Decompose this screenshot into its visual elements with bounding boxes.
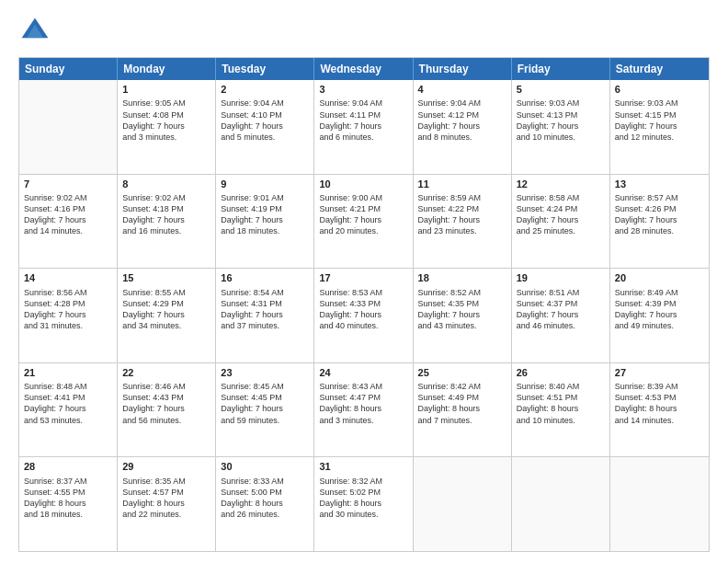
day-number: 31: [319, 460, 407, 474]
day-number: 13: [615, 178, 704, 191]
calendar-cell: 9Sunrise: 9:01 AMSunset: 4:19 PMDaylight…: [216, 175, 314, 269]
day-number: 18: [418, 271, 506, 285]
cell-info-line: and 8 minutes.: [418, 132, 506, 143]
cell-info-line: Daylight: 7 hours: [24, 403, 112, 414]
day-number: 6: [615, 83, 704, 97]
cell-info-line: and 30 minutes.: [319, 509, 407, 520]
calendar-cell: 28Sunrise: 8:37 AMSunset: 4:55 PMDayligh…: [19, 457, 118, 551]
cell-info-line: Sunrise: 8:46 AM: [122, 381, 210, 392]
calendar-cell: [610, 457, 709, 551]
cell-info-line: and 23 minutes.: [418, 225, 506, 236]
cell-info-line: Sunrise: 8:43 AM: [319, 381, 407, 392]
day-number: 22: [122, 366, 210, 380]
cell-info-line: and 37 minutes.: [221, 320, 309, 331]
cell-info-line: and 43 minutes.: [418, 320, 506, 331]
calendar-cell: 6Sunrise: 9:03 AMSunset: 4:15 PMDaylight…: [610, 80, 709, 174]
cell-info-line: Daylight: 7 hours: [418, 309, 506, 320]
cell-info-line: Sunset: 4:19 PM: [221, 203, 309, 214]
cell-info-line: Sunset: 4:49 PM: [418, 392, 506, 403]
calendar-row: 28Sunrise: 8:37 AMSunset: 4:55 PMDayligh…: [19, 456, 709, 551]
cell-info-line: Daylight: 7 hours: [319, 121, 407, 132]
day-number: 26: [517, 366, 605, 380]
calendar-row: 21Sunrise: 8:48 AMSunset: 4:41 PMDayligh…: [19, 362, 709, 457]
cell-info-line: and 26 minutes.: [221, 509, 309, 520]
cell-info-line: Daylight: 7 hours: [221, 121, 309, 132]
cell-info-line: Sunset: 4:57 PM: [122, 487, 210, 498]
cell-info-line: Sunset: 4:35 PM: [418, 298, 506, 309]
calendar-cell: [414, 457, 512, 551]
cell-info-line: and 3 minutes.: [319, 415, 407, 426]
day-number: 28: [24, 460, 112, 474]
cell-info-line: Sunrise: 9:02 AM: [122, 192, 210, 203]
cell-info-line: and 12 minutes.: [615, 132, 704, 143]
day-number: 10: [319, 178, 407, 191]
cell-info-line: Sunset: 4:41 PM: [24, 392, 112, 403]
day-number: 29: [122, 460, 210, 474]
cell-info-line: Daylight: 7 hours: [24, 309, 112, 320]
day-number: 24: [319, 366, 407, 380]
day-number: 12: [517, 178, 605, 191]
cell-info-line: Sunset: 4:29 PM: [122, 298, 210, 309]
cell-info-line: Sunrise: 8:33 AM: [221, 476, 309, 487]
cell-info-line: Sunset: 4:47 PM: [319, 392, 407, 403]
cell-info-line: Sunrise: 9:01 AM: [221, 192, 309, 203]
cell-info-line: and 56 minutes.: [122, 415, 210, 426]
cell-info-line: Sunset: 4:39 PM: [615, 298, 704, 309]
day-number: 30: [221, 460, 309, 474]
cell-info-line: and 34 minutes.: [122, 320, 210, 331]
cell-info-line: Sunrise: 8:54 AM: [221, 287, 309, 298]
cell-info-line: Daylight: 7 hours: [319, 214, 407, 225]
cell-info-line: and 7 minutes.: [418, 415, 506, 426]
logo-icon: [18, 15, 51, 48]
calendar-cell: 12Sunrise: 8:58 AMSunset: 4:24 PMDayligh…: [512, 175, 610, 269]
cell-info-line: Daylight: 7 hours: [615, 214, 704, 225]
calendar-cell: [512, 457, 610, 551]
cell-info-line: Sunrise: 8:49 AM: [615, 287, 704, 298]
cell-info-line: and 20 minutes.: [319, 225, 407, 236]
cell-info-line: Daylight: 8 hours: [517, 403, 605, 414]
cell-info-line: Daylight: 7 hours: [221, 309, 309, 320]
calendar-cell: 22Sunrise: 8:46 AMSunset: 4:43 PMDayligh…: [118, 363, 216, 457]
cell-info-line: Daylight: 7 hours: [24, 214, 112, 225]
cell-info-line: Sunset: 4:08 PM: [122, 109, 210, 121]
day-number: 19: [517, 271, 605, 285]
cell-info-line: Sunrise: 8:39 AM: [615, 381, 704, 392]
cell-info-line: Daylight: 7 hours: [517, 309, 605, 320]
calendar-cell: 14Sunrise: 8:56 AMSunset: 4:28 PMDayligh…: [19, 269, 118, 362]
calendar-cell: 25Sunrise: 8:42 AMSunset: 4:49 PMDayligh…: [414, 363, 512, 457]
cell-info-line: Sunrise: 9:04 AM: [418, 98, 506, 109]
cell-info-line: Sunset: 4:11 PM: [319, 109, 407, 121]
cell-info-line: and 49 minutes.: [615, 320, 704, 331]
cell-info-line: Sunset: 4:26 PM: [615, 203, 704, 214]
cell-info-line: Daylight: 7 hours: [122, 403, 210, 414]
page: SundayMondayTuesdayWednesdayThursdayFrid…: [0, 0, 728, 563]
cell-info-line: Sunset: 4:55 PM: [24, 487, 112, 498]
cell-info-line: and 31 minutes.: [24, 320, 112, 331]
cell-info-line: and 28 minutes.: [615, 225, 704, 236]
calendar-cell: [19, 80, 118, 174]
calendar-cell: 20Sunrise: 8:49 AMSunset: 4:39 PMDayligh…: [610, 269, 709, 362]
calendar-cell: 7Sunrise: 9:02 AMSunset: 4:16 PMDaylight…: [19, 175, 118, 269]
day-number: 21: [24, 366, 112, 380]
day-number: 2: [221, 83, 309, 97]
day-number: 27: [615, 366, 704, 380]
cell-info-line: Sunset: 4:21 PM: [319, 203, 407, 214]
calendar-cell: 24Sunrise: 8:43 AMSunset: 4:47 PMDayligh…: [314, 363, 413, 457]
calendar-header-cell: Sunday: [19, 58, 118, 80]
day-number: 25: [418, 366, 506, 380]
cell-info-line: and 14 minutes.: [615, 415, 704, 426]
cell-info-line: Daylight: 8 hours: [221, 498, 309, 509]
calendar-cell: 27Sunrise: 8:39 AMSunset: 4:53 PMDayligh…: [610, 363, 709, 457]
cell-info-line: and 22 minutes.: [122, 509, 210, 520]
cell-info-line: Sunset: 4:37 PM: [517, 298, 605, 309]
cell-info-line: Sunset: 4:10 PM: [221, 109, 309, 121]
cell-info-line: and 6 minutes.: [319, 132, 407, 143]
header: [18, 15, 710, 48]
cell-info-line: Sunset: 4:15 PM: [615, 109, 704, 121]
cell-info-line: Sunrise: 8:48 AM: [24, 381, 112, 392]
cell-info-line: Daylight: 7 hours: [615, 121, 704, 132]
cell-info-line: Sunset: 4:53 PM: [615, 392, 704, 403]
day-number: 4: [418, 83, 506, 97]
cell-info-line: and 46 minutes.: [517, 320, 605, 331]
cell-info-line: Daylight: 7 hours: [122, 214, 210, 225]
